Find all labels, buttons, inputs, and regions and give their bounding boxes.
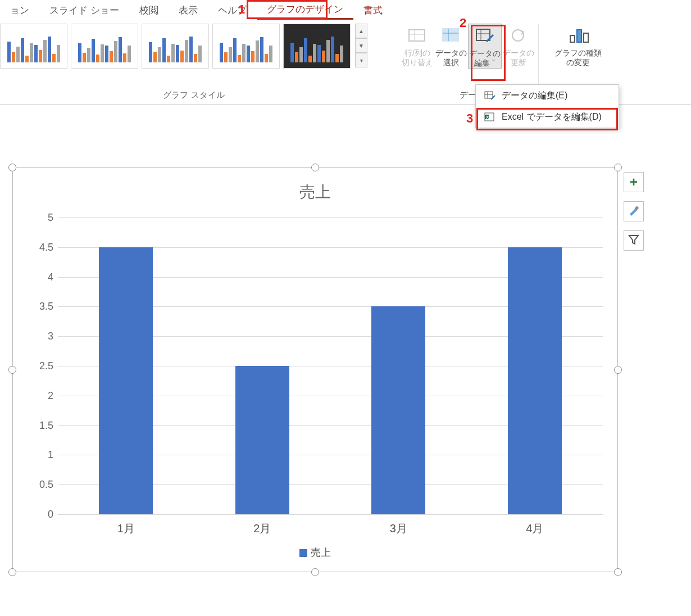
resize-handle[interactable] [311, 164, 319, 171]
x-tick-label: 4月 [467, 521, 603, 536]
chart-bar[interactable] [508, 247, 562, 514]
legend-swatch [299, 549, 307, 557]
svg-rect-6 [476, 29, 490, 40]
chart-bar[interactable] [235, 366, 289, 514]
resize-handle[interactable] [614, 568, 622, 576]
y-tick-label: 0 [31, 509, 53, 520]
dropdown-label: Excel でデータを編集(D) [502, 111, 602, 123]
y-tick-label: 3.5 [31, 301, 53, 312]
tab-help[interactable]: ヘルプ [208, 2, 257, 19]
cmd-label: 選択 [434, 58, 468, 67]
plus-icon: + [630, 174, 638, 190]
y-tick-label: 4.5 [31, 241, 53, 253]
svg-rect-11 [570, 35, 575, 42]
svg-rect-0 [409, 30, 425, 41]
dropdown-edit-in-excel[interactable]: X Excel でデータを編集(D) [476, 106, 619, 128]
tab-presentation-partial[interactable]: ョン [0, 2, 39, 19]
gridline [58, 514, 603, 515]
chart-tool-buttons: + [624, 172, 644, 251]
excel-icon: X [484, 111, 496, 123]
edit-data-small-icon [484, 89, 496, 102]
cmd-label: 編集 ˅ [469, 58, 501, 68]
paintbrush-icon [628, 204, 640, 219]
chart-elements-button[interactable]: + [624, 172, 644, 192]
resize-handle[interactable] [8, 568, 16, 576]
chart-style-thumb[interactable] [142, 24, 209, 69]
chart-bar[interactable] [99, 247, 153, 514]
callout-number-3: 3 [466, 111, 473, 126]
svg-text:X: X [486, 115, 489, 120]
legend-label: 売上 [311, 547, 331, 558]
chart-bar[interactable] [371, 306, 425, 514]
dropdown-edit-data[interactable]: データの編集(E) [476, 85, 619, 106]
y-tick-label: 2 [31, 389, 53, 401]
resize-handle[interactable] [614, 366, 622, 374]
tab-view[interactable]: 表示 [169, 2, 208, 19]
dropdown-label: データの編集(E) [502, 90, 567, 102]
chart-styles-button[interactable] [624, 201, 644, 221]
tab-format[interactable]: 書式 [353, 2, 393, 19]
cmd-label: データの [434, 48, 468, 58]
chart-object-frame[interactable]: 売上 00.511.522.533.544.55 1月2月3月4月 売上 [12, 167, 618, 572]
chart-styles-gallery: ▲ ▼ ▾ [0, 24, 388, 73]
chart-legend[interactable]: 売上 [13, 546, 617, 559]
callout-number-1: 1 [238, 2, 245, 17]
resize-handle[interactable] [311, 568, 319, 576]
switch-row-col-icon [401, 24, 434, 46]
refresh-data-button: データの 更新 [502, 24, 535, 69]
y-tick-label: 3 [31, 330, 53, 342]
resize-handle[interactable] [614, 164, 622, 171]
edit-data-dropdown: データの編集(E) X Excel でデータを編集(D) [475, 84, 619, 128]
svg-rect-14 [485, 92, 493, 98]
cmd-label: 更新 [502, 58, 535, 67]
chart-styles-label: グラフ スタイル [0, 90, 388, 101]
change-chart-type-button[interactable]: グラフの種類 の変更 [550, 24, 606, 67]
y-tick-label: 1 [31, 449, 53, 461]
callout-number-2: 2 [460, 16, 466, 30]
edit-data-icon [469, 24, 501, 47]
chart-style-thumb[interactable] [212, 24, 280, 69]
cmd-label: データの [469, 49, 501, 58]
tab-slideshow[interactable]: スライド ショー [39, 2, 129, 19]
y-tick-label: 2.5 [31, 360, 53, 372]
resize-handle[interactable] [8, 164, 16, 171]
funnel-icon [628, 234, 639, 247]
gallery-expand[interactable]: ▾ [355, 53, 367, 67]
gallery-scroll-up[interactable]: ▲ [355, 24, 367, 38]
resize-handle[interactable] [8, 366, 16, 374]
x-tick-label: 1月 [58, 521, 194, 536]
svg-rect-13 [584, 33, 588, 42]
chart-title[interactable]: 売上 [13, 182, 617, 203]
svg-rect-12 [577, 30, 581, 42]
edit-data-button[interactable]: データの 編集 ˅ [468, 24, 502, 69]
tab-chart-design[interactable]: グラフのデザイン [257, 1, 353, 20]
gallery-scroll: ▲ ▼ ▾ [355, 24, 367, 73]
refresh-data-icon [502, 24, 535, 46]
x-tick-label: 3月 [330, 521, 467, 536]
cmd-label: 行/列の [401, 48, 434, 58]
cmd-label: の変更 [550, 58, 606, 67]
chart-style-thumb[interactable] [71, 24, 138, 69]
y-tick-label: 4 [31, 271, 53, 283]
ribbon-tabs: ョン スライド ショー 校閲 表示 ヘルプ グラフのデザイン 書式 [0, 0, 691, 20]
cmd-label: 切り替え [401, 58, 434, 67]
cmd-label: グラフの種類 [550, 48, 606, 58]
chart-x-axis: 1月2月3月4月 [58, 521, 603, 536]
chart-style-thumb[interactable] [0, 24, 67, 69]
chart-plot-area[interactable]: 00.511.522.533.544.55 [58, 218, 603, 514]
gallery-scroll-down[interactable]: ▼ [355, 38, 367, 53]
x-tick-label: 2月 [194, 521, 331, 536]
change-chart-type-icon [550, 24, 606, 46]
chart-filters-button[interactable] [624, 230, 644, 251]
svg-rect-3 [443, 29, 458, 41]
gridline [58, 218, 603, 218]
chart-styles-group: ▲ ▼ ▾ グラフ スタイル [0, 24, 388, 104]
chevron-down-icon: ˅ [492, 58, 495, 67]
cmd-label: データの [502, 48, 535, 58]
chart-style-thumb[interactable] [283, 24, 351, 69]
y-tick-label: 0.5 [31, 479, 53, 491]
tab-review[interactable]: 校閲 [129, 2, 169, 19]
y-tick-label: 5 [31, 212, 53, 224]
y-tick-label: 1.5 [31, 419, 53, 431]
switch-row-col-button: 行/列の 切り替え [401, 24, 434, 69]
